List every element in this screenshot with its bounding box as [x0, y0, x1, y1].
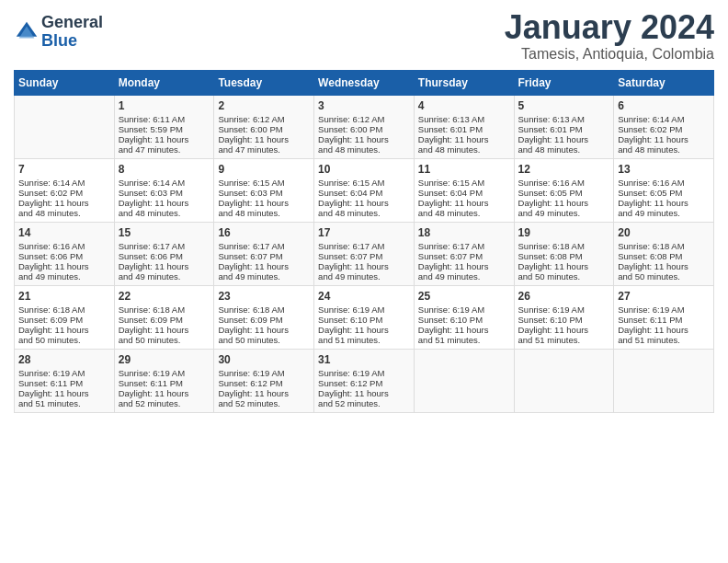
calendar-body: 1Sunrise: 6:11 AMSunset: 5:59 PMDaylight…: [15, 95, 714, 412]
cell-text: Sunset: 6:03 PM: [119, 188, 210, 198]
cell-text: and 52 minutes.: [318, 398, 410, 408]
cell-text: Sunset: 6:07 PM: [318, 251, 410, 261]
cell-text: Sunrise: 6:18 AM: [119, 304, 210, 315]
cell-text: Sunrise: 6:19 AM: [218, 368, 310, 378]
cell-text: Sunset: 6:11 PM: [119, 378, 210, 388]
day-number: 23: [218, 290, 310, 303]
subtitle: Tamesis, Antioquia, Colombia: [505, 46, 714, 63]
day-cell: 1Sunrise: 6:11 AMSunset: 5:59 PMDaylight…: [114, 95, 214, 158]
day-number: 4: [418, 99, 510, 112]
day-number: 24: [318, 290, 410, 303]
day-cell: 31Sunrise: 6:19 AMSunset: 6:12 PMDayligh…: [314, 349, 415, 412]
cell-text: Daylight: 11 hours: [518, 198, 610, 208]
day-number: 11: [418, 163, 510, 176]
cell-text: Daylight: 11 hours: [618, 261, 710, 271]
day-cell: 14Sunrise: 6:16 AMSunset: 6:06 PMDayligh…: [15, 222, 115, 285]
day-cell: 9Sunrise: 6:15 AMSunset: 6:03 PMDaylight…: [214, 158, 314, 222]
day-number: 22: [119, 290, 210, 303]
day-number: 18: [418, 226, 510, 239]
day-number: 1: [119, 99, 210, 112]
cell-text: Daylight: 11 hours: [18, 325, 110, 335]
cell-text: Daylight: 11 hours: [218, 388, 310, 398]
day-cell: 18Sunrise: 6:17 AMSunset: 6:07 PMDayligh…: [414, 222, 514, 285]
cell-text: Sunrise: 6:14 AM: [18, 178, 110, 188]
cell-text: Sunset: 6:01 PM: [418, 124, 510, 134]
header-cell-saturday: Saturday: [614, 70, 714, 95]
cell-text: Sunset: 6:10 PM: [518, 315, 610, 325]
week-row-4: 21Sunrise: 6:18 AMSunset: 6:09 PMDayligh…: [15, 285, 714, 349]
day-cell: 2Sunrise: 6:12 AMSunset: 6:00 PMDaylight…: [214, 95, 314, 158]
day-number: 26: [518, 290, 610, 303]
cell-text: Daylight: 11 hours: [119, 198, 210, 208]
cell-text: Sunrise: 6:19 AM: [518, 304, 610, 315]
cell-text: Sunrise: 6:16 AM: [618, 178, 710, 188]
cell-text: and 48 minutes.: [418, 144, 510, 155]
header: General Blue January 2024 Tamesis, Antio…: [14, 9, 714, 63]
day-number: 19: [518, 226, 610, 239]
cell-text: Sunrise: 6:12 AM: [218, 114, 310, 124]
day-cell: 30Sunrise: 6:19 AMSunset: 6:12 PMDayligh…: [214, 349, 314, 412]
cell-text: Sunset: 6:05 PM: [618, 188, 710, 198]
day-cell: 20Sunrise: 6:18 AMSunset: 6:08 PMDayligh…: [614, 222, 714, 285]
cell-text: Daylight: 11 hours: [119, 388, 210, 398]
logo-text: General Blue: [41, 14, 103, 51]
cell-text: Daylight: 11 hours: [119, 134, 210, 144]
cell-text: Daylight: 11 hours: [618, 198, 710, 208]
day-cell: 25Sunrise: 6:19 AMSunset: 6:10 PMDayligh…: [414, 285, 514, 349]
day-cell: 7Sunrise: 6:14 AMSunset: 6:02 PMDaylight…: [15, 158, 115, 222]
cell-text: Sunrise: 6:16 AM: [518, 178, 610, 188]
day-cell: 17Sunrise: 6:17 AMSunset: 6:07 PMDayligh…: [314, 222, 415, 285]
day-number: 28: [18, 353, 110, 366]
cell-text: Daylight: 11 hours: [618, 325, 710, 335]
day-cell: [614, 349, 714, 412]
cell-text: and 48 minutes.: [18, 208, 110, 218]
cell-text: Sunset: 6:11 PM: [618, 315, 710, 325]
cell-text: and 48 minutes.: [618, 144, 710, 155]
cell-text: Sunset: 6:03 PM: [218, 188, 310, 198]
day-cell: 28Sunrise: 6:19 AMSunset: 6:11 PMDayligh…: [15, 349, 115, 412]
cell-text: Daylight: 11 hours: [18, 198, 110, 208]
cell-text: Daylight: 11 hours: [18, 388, 110, 398]
cell-text: and 49 minutes.: [119, 271, 210, 282]
day-number: 7: [18, 163, 110, 176]
cell-text: Sunset: 6:02 PM: [618, 124, 710, 134]
cell-text: Sunset: 6:00 PM: [318, 124, 410, 134]
day-number: 14: [18, 226, 110, 239]
cell-text: Daylight: 11 hours: [418, 134, 510, 144]
cell-text: and 50 minutes.: [119, 335, 210, 345]
cell-text: Sunrise: 6:17 AM: [318, 241, 410, 251]
day-cell: 27Sunrise: 6:19 AMSunset: 6:11 PMDayligh…: [614, 285, 714, 349]
cell-text: and 48 minutes.: [418, 208, 510, 218]
day-number: 20: [618, 226, 710, 239]
cell-text: Sunset: 6:05 PM: [518, 188, 610, 198]
cell-text: Sunrise: 6:19 AM: [618, 304, 710, 315]
cell-text: and 48 minutes.: [119, 208, 210, 218]
cell-text: and 49 minutes.: [318, 271, 410, 282]
cell-text: and 51 minutes.: [618, 335, 710, 345]
cell-text: and 49 minutes.: [618, 208, 710, 218]
cell-text: Sunrise: 6:13 AM: [418, 114, 510, 124]
cell-text: Sunset: 6:07 PM: [218, 251, 310, 261]
cell-text: Sunrise: 6:17 AM: [119, 241, 210, 251]
day-number: 25: [418, 290, 510, 303]
cell-text: and 50 minutes.: [618, 271, 710, 282]
cell-text: Daylight: 11 hours: [218, 134, 310, 144]
title-area: January 2024 Tamesis, Antioquia, Colombi…: [505, 9, 714, 63]
cell-text: Sunset: 6:00 PM: [218, 124, 310, 134]
cell-text: and 47 minutes.: [218, 144, 310, 155]
cell-text: Sunset: 6:09 PM: [18, 315, 110, 325]
day-number: 30: [218, 353, 310, 366]
cell-text: Daylight: 11 hours: [318, 261, 410, 271]
cell-text: Sunrise: 6:19 AM: [119, 368, 210, 378]
cell-text: and 49 minutes.: [518, 208, 610, 218]
header-cell-tuesday: Tuesday: [214, 70, 314, 95]
cell-text: Daylight: 11 hours: [318, 325, 410, 335]
cell-text: Sunset: 6:10 PM: [318, 315, 410, 325]
cell-text: Daylight: 11 hours: [318, 198, 410, 208]
calendar-header: SundayMondayTuesdayWednesdayThursdayFrid…: [15, 70, 714, 95]
cell-text: Sunrise: 6:15 AM: [318, 178, 410, 188]
cell-text: Sunrise: 6:11 AM: [119, 114, 210, 124]
day-cell: 15Sunrise: 6:17 AMSunset: 6:06 PMDayligh…: [114, 222, 214, 285]
cell-text: Sunrise: 6:18 AM: [218, 304, 310, 315]
cell-text: Daylight: 11 hours: [518, 134, 610, 144]
